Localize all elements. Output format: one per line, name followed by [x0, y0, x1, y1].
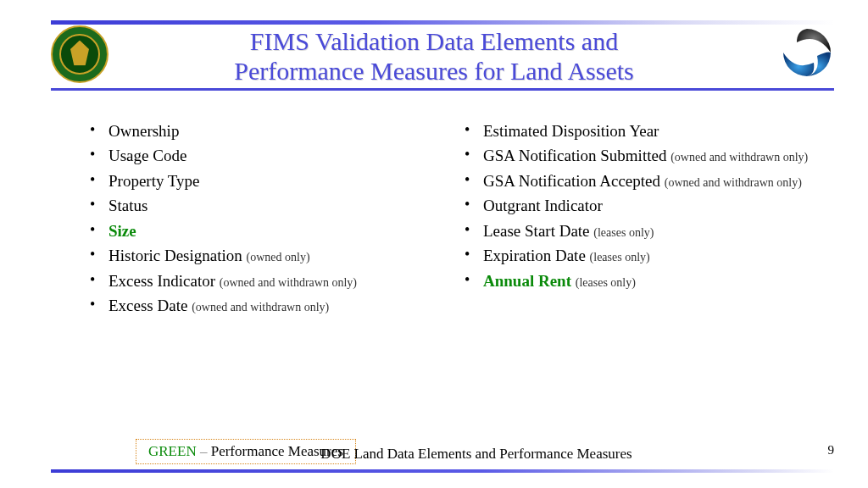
item-label: Lease Start Date — [483, 222, 590, 240]
list-item: Historic Designation (owned only) — [85, 243, 459, 268]
list-item: GSA Notification Submitted (owned and wi… — [459, 143, 834, 168]
item-qualifier: (leases only) — [576, 276, 636, 289]
item-qualifier: (leases only) — [590, 251, 650, 263]
content-columns: OwnershipUsage CodeProperty TypeStatusSi… — [85, 119, 834, 319]
item-label: Expiration Date — [483, 247, 586, 264]
item-qualifier: (owned only) — [247, 251, 310, 263]
slide: FIMS Validation Data Elements and Perfor… — [0, 0, 868, 488]
page-number: 9 — [828, 443, 835, 458]
item-qualifier: (owned and withdrawn only) — [670, 151, 808, 164]
title-underline — [51, 88, 834, 91]
swoosh-logo-icon — [780, 25, 834, 80]
item-qualifier: (owned and withdrawn only) — [192, 301, 329, 313]
item-qualifier: (leases only) — [593, 226, 654, 239]
list-item: Usage Code — [85, 143, 459, 168]
footer-center: DOE Land Data Elements and Performance M… — [0, 446, 868, 463]
item-label: Annual Rent — [483, 272, 571, 290]
top-rule — [51, 20, 834, 25]
list-item: Excess Indicator (owned and withdrawn on… — [85, 269, 459, 293]
slide-title: FIMS Validation Data Elements and Perfor… — [110, 27, 758, 86]
item-label: Status — [108, 197, 147, 214]
list-item: Status — [85, 193, 459, 218]
left-column: OwnershipUsage CodeProperty TypeStatusSi… — [85, 119, 459, 319]
right-list: Estimated Disposition YearGSA Notificati… — [459, 119, 834, 293]
list-item: Size — [85, 219, 459, 243]
item-label: Property Type — [108, 172, 200, 190]
item-label: Historic Designation — [108, 247, 242, 264]
bottom-rule — [51, 469, 834, 473]
item-label: Excess Date — [108, 297, 187, 314]
item-label: Size — [108, 222, 136, 240]
left-list: OwnershipUsage CodeProperty TypeStatusSi… — [85, 119, 459, 319]
list-item: Estimated Disposition Year — [459, 119, 834, 143]
item-label: Ownership — [108, 122, 179, 140]
list-item: Lease Start Date (leases only) — [459, 219, 834, 243]
title-line-2: Performance Measures for Land Assets — [110, 57, 758, 86]
item-label: GSA Notification Submitted — [483, 147, 666, 164]
item-qualifier: (owned and withdrawn only) — [665, 176, 802, 189]
item-label: Estimated Disposition Year — [483, 122, 659, 140]
item-label: Outgrant Indicator — [483, 197, 603, 214]
right-column: Estimated Disposition YearGSA Notificati… — [459, 119, 834, 319]
list-item: Property Type — [85, 169, 459, 193]
list-item: GSA Notification Accepted (owned and wit… — [459, 169, 834, 193]
list-item: Outgrant Indicator — [459, 193, 834, 218]
item-label: Excess Indicator — [108, 272, 215, 290]
list-item: Ownership — [85, 119, 459, 143]
title-line-1: FIMS Validation Data Elements and — [110, 27, 758, 57]
item-label: GSA Notification Accepted — [483, 172, 660, 190]
list-item: Excess Date (owned and withdrawn only) — [85, 293, 459, 318]
list-item: Expiration Date (leases only) — [459, 243, 834, 268]
footer-center-text: DOE Land Data Elements and Performance M… — [320, 446, 632, 463]
item-label: Usage Code — [108, 147, 186, 164]
doe-seal-icon — [51, 25, 108, 83]
item-qualifier: (owned and withdrawn only) — [220, 276, 357, 289]
list-item: Annual Rent (leases only) — [459, 269, 834, 293]
